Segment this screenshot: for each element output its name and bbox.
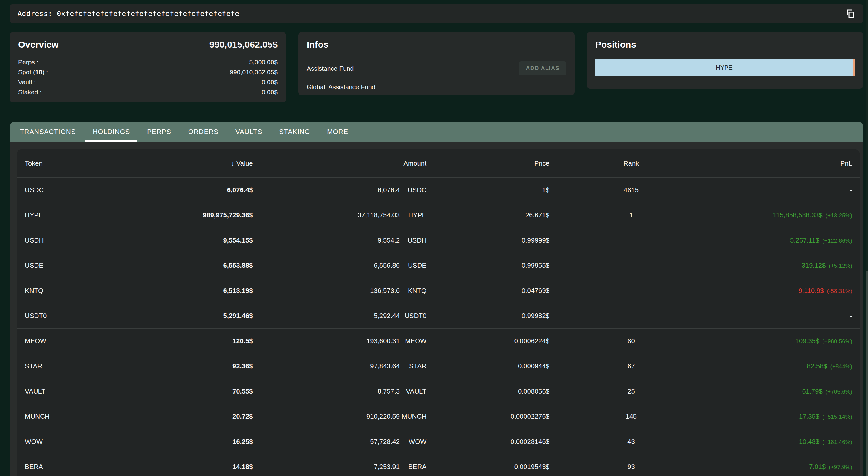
copy-address-button[interactable] [843, 6, 858, 21]
pnl-cell: 115,858,588.33$(+13.25%) [713, 211, 860, 219]
overview-row-label: Spot (18) : [18, 67, 48, 77]
rank-cell: 67 [550, 362, 713, 370]
global-alias: Global: Assistance Fund [307, 83, 566, 91]
price-cell: 0.00002276$ [427, 413, 550, 420]
amount-number: 6,076.4 [378, 186, 400, 194]
table-row-meow[interactable]: MEOW 120.5$ 193,600.31 MEOW 0.0006224$ 8… [17, 328, 860, 354]
pnl-value: 109.35$ [795, 337, 819, 345]
column-header-amount[interactable]: Amount [253, 159, 427, 167]
amount-cell: 5,292.44 USDT0 [253, 312, 427, 320]
pnl-percent: (+980.56%) [822, 338, 852, 345]
tab-transactions[interactable]: TRANSACTIONS [13, 122, 83, 142]
amount-cell: 37,118,754.03 HYPE [253, 211, 427, 219]
tab-label: MORE [327, 128, 348, 136]
table-row-hype[interactable]: HYPE 989,975,729.36$ 37,118,754.03 HYPE … [17, 203, 860, 228]
amount-symbol: STAR [400, 362, 427, 370]
positions-title: Positions [595, 39, 855, 50]
amount-number: 136,573.6 [370, 287, 400, 295]
token-cell: USDC [17, 186, 126, 194]
table-row-usdc[interactable]: USDC 6,076.4$ 6,076.4 USDC 1$ 4815 - [17, 177, 860, 203]
overview-row-label: Staked : [18, 87, 41, 97]
pnl-percent: (+705.6%) [826, 388, 852, 395]
rank-cell: 93 [550, 463, 713, 471]
rank-cell: 80 [550, 337, 713, 345]
table-row-wow[interactable]: WOW 16.25$ 57,728.42 WOW 0.00028146$ 43 … [17, 429, 860, 454]
token-cell: USDH [17, 237, 126, 244]
overview-row-value: 0.00$ [261, 87, 278, 97]
table-header-row: Token ↓Value Amount Price Rank PnL [17, 149, 860, 177]
token-cell: STAR [17, 362, 126, 370]
column-header-value[interactable]: ↓Value [126, 159, 253, 167]
copy-icon [845, 8, 856, 19]
value-cell: 6,553.88$ [126, 262, 253, 270]
token-cell: MUNCH [17, 413, 126, 420]
overview-total-value: 990,015,062.05$ [210, 39, 278, 50]
price-cell: 0.99999$ [427, 237, 550, 244]
table-row-usdh[interactable]: USDH 9,554.15$ 9,554.2 USDH 0.99999$ 5,2… [17, 228, 860, 253]
tab-orders[interactable]: ORDERS [181, 122, 226, 142]
tab-label: STAKING [279, 128, 310, 136]
overview-row: Staked : 0.00$ [18, 87, 278, 97]
pnl-percent: (+5.12%) [829, 263, 852, 269]
tab-staking[interactable]: STAKING [272, 122, 317, 142]
tab-label: ORDERS [188, 128, 218, 136]
overview-card: Overview 990,015,062.05$ Perps : 5,000.0… [10, 32, 286, 102]
table-row-munch[interactable]: MUNCH 20.72$ 910,220.59 MUNCH 0.00002276… [17, 404, 860, 429]
tab-bar: TRANSACTIONS HOLDINGS PERPS ORDERS VAULT… [10, 122, 863, 142]
tab-vaults[interactable]: VAULTS [228, 122, 270, 142]
pnl-percent: (+122.86%) [822, 237, 852, 244]
overview-row-value: 990,010,062.05$ [230, 67, 278, 77]
scrollbar-thumb[interactable] [866, 271, 868, 476]
pnl-cell: 17.35$(+515.14%) [713, 413, 860, 420]
tabs-panel: TRANSACTIONS HOLDINGS PERPS ORDERS VAULT… [10, 122, 863, 476]
amount-symbol: WOW [400, 438, 427, 446]
table-row-usdt0[interactable]: USDT0 5,291.46$ 5,292.44 USDT0 0.99982$ … [17, 303, 860, 328]
amount-symbol: USDT0 [400, 312, 427, 320]
address-text: Address: 0xfefefefefefefefefefefefefefef… [18, 10, 843, 18]
overview-rows: Perps : 5,000.00$ Spot (18) : 990,010,06… [18, 57, 278, 97]
column-header-rank[interactable]: Rank [550, 159, 713, 167]
value-cell: 120.5$ [126, 337, 253, 345]
token-cell: VAULT [17, 387, 126, 395]
amount-number: 193,600.31 [366, 337, 400, 345]
table-row-bera[interactable]: BERA 14.18$ 7,253.91 BERA 0.0019543$ 93 … [17, 454, 860, 476]
token-cell: MEOW [17, 337, 126, 345]
pnl-cell: 109.35$(+980.56%) [713, 337, 860, 345]
pnl-cell: 7.01$(+97.9%) [713, 463, 860, 471]
scrollbar[interactable] [866, 0, 868, 476]
tab-perps[interactable]: PERPS [140, 122, 179, 142]
position-segment-hype[interactable]: HYPE [595, 59, 853, 77]
overview-row-value: 0.00$ [261, 77, 278, 87]
amount-cell: 8,757.3 VAULT [253, 387, 427, 395]
value-cell: 9,554.15$ [126, 237, 253, 244]
amount-number: 7,253.91 [374, 463, 400, 471]
amount-cell: 136,573.6 KNTQ [253, 287, 427, 295]
column-header-token[interactable]: Token [17, 159, 126, 167]
table-row-usde[interactable]: USDE 6,553.88$ 6,556.86 USDE 0.99955$ 31… [17, 253, 860, 278]
tab-more[interactable]: MORE [320, 122, 355, 142]
overview-title: Overview [18, 39, 59, 50]
token-cell: KNTQ [17, 287, 126, 295]
position-segment-other[interactable] [853, 59, 855, 77]
amount-number: 6,556.86 [374, 262, 400, 270]
amount-cell: 910,220.59 MUNCH [253, 413, 427, 420]
amount-cell: 97,843.64 STAR [253, 362, 427, 370]
pnl-cell: - [713, 312, 860, 320]
column-header-pnl[interactable]: PnL [713, 159, 860, 167]
pnl-value: - [850, 186, 852, 194]
table-row-star[interactable]: STAR 92.36$ 97,843.64 STAR 0.000944$ 67 … [17, 354, 860, 379]
tab-holdings[interactable]: HOLDINGS [86, 122, 137, 142]
overview-row: Spot (18) : 990,010,062.05$ [18, 67, 278, 77]
column-header-price[interactable]: Price [427, 159, 550, 167]
price-cell: 0.008056$ [427, 387, 550, 395]
table-row-kntq[interactable]: KNTQ 6,513.19$ 136,573.6 KNTQ 0.04769$ -… [17, 278, 860, 303]
rank-cell: 145 [550, 413, 713, 420]
price-cell: 0.0019543$ [427, 463, 550, 471]
pnl-value: 115,858,588.33$ [773, 211, 823, 219]
amount-number: 5,292.44 [374, 312, 400, 320]
infos-title: Infos [307, 39, 566, 50]
add-alias-button[interactable]: ADD ALIAS [519, 61, 566, 76]
tab-label: TRANSACTIONS [20, 128, 76, 136]
table-row-vault[interactable]: VAULT 70.55$ 8,757.3 VAULT 0.008056$ 25 … [17, 379, 860, 404]
pnl-cell: - [713, 186, 860, 194]
